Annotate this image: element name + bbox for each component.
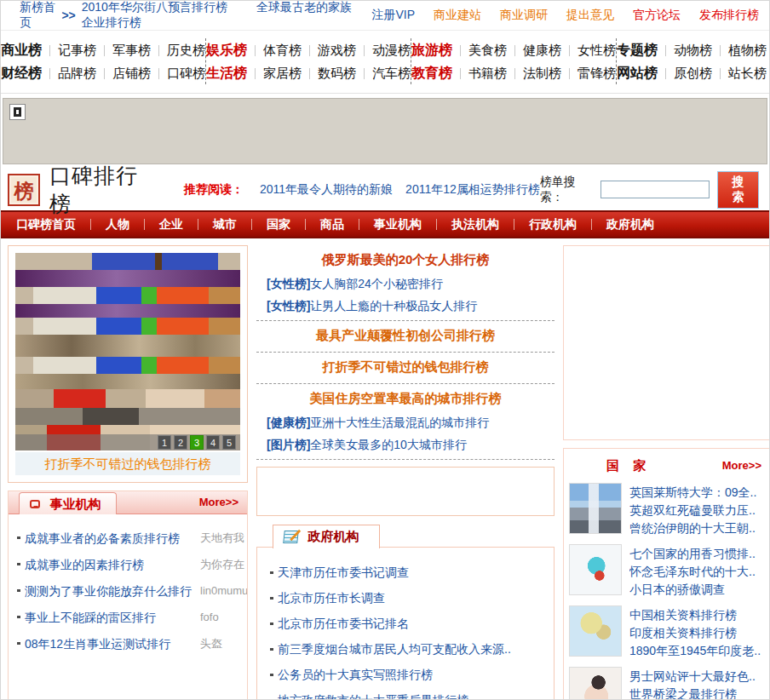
country-item-link[interactable]: 英超双红死磕曼联力压..: [629, 502, 767, 519]
featured-title-link[interactable]: 美国住房空置率最高的城市排行榜: [256, 386, 555, 411]
nav-category-link[interactable]: 历史榜: [151, 43, 205, 57]
carousel-page-button[interactable]: 4: [206, 435, 220, 450]
thumbnail-map[interactable]: [569, 605, 622, 657]
nav-category-link[interactable]: 动物榜: [658, 43, 712, 57]
career-item-link[interactable]: 事业上不能踩的雷区排行: [25, 611, 156, 624]
career-item-link[interactable]: 成就事业者的必备素质排行榜: [25, 531, 180, 545]
main-nav-item[interactable]: 事业机构: [374, 217, 422, 232]
recommend-link[interactable]: 2011年最令人期待的新娘: [260, 182, 393, 196]
site-logo-stamp[interactable]: 榜: [8, 174, 40, 206]
career-more-link[interactable]: More>>: [199, 496, 238, 508]
nav-category-link[interactable]: 品牌榜: [42, 66, 96, 80]
country-item-link[interactable]: 怀念毛泽东时代的十大..: [629, 563, 767, 581]
search-input[interactable]: [600, 181, 710, 198]
career-item-link[interactable]: 08年12生肖事业运测试排行: [25, 637, 170, 651]
nav-category-link[interactable]: 体育榜: [247, 43, 302, 57]
main-nav-item[interactable]: 行政机构: [529, 217, 577, 232]
recommend-link[interactable]: 2011年12属相运势排行榜: [405, 182, 540, 196]
nav-category-link[interactable]: 生活榜: [206, 66, 247, 80]
tab-career[interactable]: 事业机构: [19, 492, 117, 514]
nav-category-link[interactable]: 奥运榜: [767, 43, 770, 57]
nav-category-link[interactable]: 旅游榜: [411, 43, 452, 57]
nav-category-link[interactable]: 美食榜: [452, 43, 507, 57]
main-nav-item[interactable]: 执法机构: [451, 217, 499, 232]
career-item-link[interactable]: 成就事业的因素排行榜: [25, 558, 144, 571]
tab-government[interactable]: 政府机构: [273, 525, 380, 548]
carousel-image[interactable]: 12345: [15, 253, 240, 450]
main-nav-item[interactable]: 政府机构: [606, 217, 654, 232]
country-more-link[interactable]: More>>: [722, 455, 761, 476]
nav-category-link[interactable]: 家居榜: [247, 66, 302, 80]
nav-category-link[interactable]: 商业榜: [1, 43, 42, 57]
nav-category-link[interactable]: 健康榜: [507, 43, 561, 57]
nav-category-link[interactable]: 植物榜: [712, 43, 767, 57]
featured-title-link[interactable]: 最具产业颠覆性初创公司排行榜: [256, 323, 555, 348]
country-item-link[interactable]: 印度相关资料排行榜: [629, 624, 767, 642]
topbar-link[interactable]: 提出意见: [566, 8, 614, 21]
gov-item-link[interactable]: 公务员的十大真实写照排行榜: [278, 668, 433, 681]
country-item-link[interactable]: 七个国家的用香习惯排..: [629, 545, 767, 563]
nav-category-link[interactable]: 财经榜: [1, 66, 42, 80]
carousel-page-button[interactable]: 5: [222, 435, 236, 450]
nav-category-link[interactable]: 站长榜: [712, 66, 767, 80]
country-item-link[interactable]: 世界桥梁之最排行榜: [629, 686, 767, 700]
featured-title-link[interactable]: 打折季不可错过的钱包排行榜: [256, 354, 555, 380]
country-item-link[interactable]: 1890年至1945年印度老..: [629, 642, 767, 660]
thumbnail-woman[interactable]: [569, 667, 622, 700]
topbar-link[interactable]: 2010年华尔街八预言排行榜: [82, 0, 227, 14]
main-nav-item[interactable]: 口碑榜首页: [16, 217, 76, 232]
featured-item-link[interactable]: [女性榜]女人胸部24个小秘密排行: [267, 277, 443, 290]
carousel-caption[interactable]: 打折季不可错过的钱包排行榜: [15, 452, 240, 475]
nav-category-link[interactable]: 原创榜: [658, 66, 712, 80]
carousel-page-button[interactable]: 3: [190, 435, 204, 450]
thumbnail-building[interactable]: [569, 483, 622, 534]
gov-item-link[interactable]: 北京市历任市委书记排名: [278, 617, 409, 630]
country-item-link[interactable]: 小日本的骄傲调查: [629, 581, 767, 599]
carousel-page-button[interactable]: 2: [174, 435, 187, 450]
country-item-link[interactable]: 英国莱斯特大学：09全..: [629, 484, 767, 502]
topbar-link[interactable]: 发布排行榜: [699, 8, 759, 21]
featured-item-link[interactable]: [女性榜]让男人上瘾的十种极品女人排行: [267, 299, 477, 313]
featured-item-link[interactable]: [健康榜]亚洲十大性生活最混乱的城市排行: [267, 416, 489, 429]
gov-item-link[interactable]: 北京市历任市长调查: [278, 591, 385, 605]
nav-category-link[interactable]: 网站榜: [617, 66, 658, 80]
nav-category-link[interactable]: 汽车榜: [356, 66, 411, 80]
main-nav-item[interactable]: 国家: [267, 217, 290, 232]
featured-title-link[interactable]: 俄罗斯最美的20个女人排行榜: [256, 247, 555, 273]
country-item-link[interactable]: 中国相关资料排行榜: [629, 606, 767, 624]
main-nav-item[interactable]: 商品: [320, 217, 344, 232]
nav-category-link[interactable]: 法制榜: [507, 66, 561, 80]
topbar-link[interactable]: 商业建站: [434, 8, 481, 21]
nav-category-link[interactable]: 记事榜: [42, 43, 96, 57]
country-item-link[interactable]: 男士网站评十大最好色..: [629, 668, 767, 686]
gov-item-link[interactable]: 地方政府救市的十大严重后果排行榜: [278, 693, 468, 700]
topbar-link[interactable]: 注册VIP: [371, 8, 415, 21]
nav-category-link[interactable]: 专题榜: [617, 43, 658, 57]
gov-item-link[interactable]: 天津市历任市委书记调查: [278, 565, 409, 579]
topbar-link[interactable]: 官方论坛: [633, 8, 681, 21]
main-nav-item[interactable]: 企业: [159, 217, 183, 232]
main-nav-item[interactable]: 城市: [213, 217, 237, 232]
nav-category-link[interactable]: 店铺榜: [96, 66, 151, 80]
country-item-link[interactable]: 曾统治伊朗的十大王朝..: [629, 519, 767, 537]
nav-category-link[interactable]: 教育榜: [411, 66, 452, 80]
featured-item-link[interactable]: [图片榜]全球美女最多的10大城市排行: [267, 438, 467, 451]
thumbnail-perfume[interactable]: [569, 544, 622, 595]
career-item-link[interactable]: 测测为了事业你能放弃什么排行: [25, 584, 192, 598]
nav-category-link[interactable]: 数码榜: [302, 66, 356, 80]
topbar-home-link[interactable]: 新榜首页: [20, 0, 55, 31]
nav-category-link[interactable]: 军事榜: [96, 43, 151, 57]
nav-category-link[interactable]: 书籍榜: [452, 66, 507, 80]
search-button[interactable]: 搜索: [717, 171, 759, 209]
topbar-link[interactable]: 商业调研: [500, 8, 548, 21]
nav-category-link[interactable]: 口碑榜: [151, 66, 205, 80]
gov-item-link[interactable]: 前三季度烟台城市居民人均可支配收入来源..: [278, 642, 511, 656]
main-nav-item[interactable]: 人物: [106, 217, 129, 232]
nav-category-link[interactable]: 动漫榜: [356, 43, 411, 57]
nav-category-link[interactable]: 创业榜: [767, 66, 770, 80]
nav-category-link[interactable]: 游戏榜: [302, 43, 356, 57]
nav-category-link[interactable]: 娱乐榜: [206, 43, 247, 57]
carousel-page-button[interactable]: 1: [158, 435, 171, 450]
nav-category-link[interactable]: 女性榜: [561, 43, 616, 57]
nav-category-link[interactable]: 雷锋榜: [561, 66, 616, 80]
